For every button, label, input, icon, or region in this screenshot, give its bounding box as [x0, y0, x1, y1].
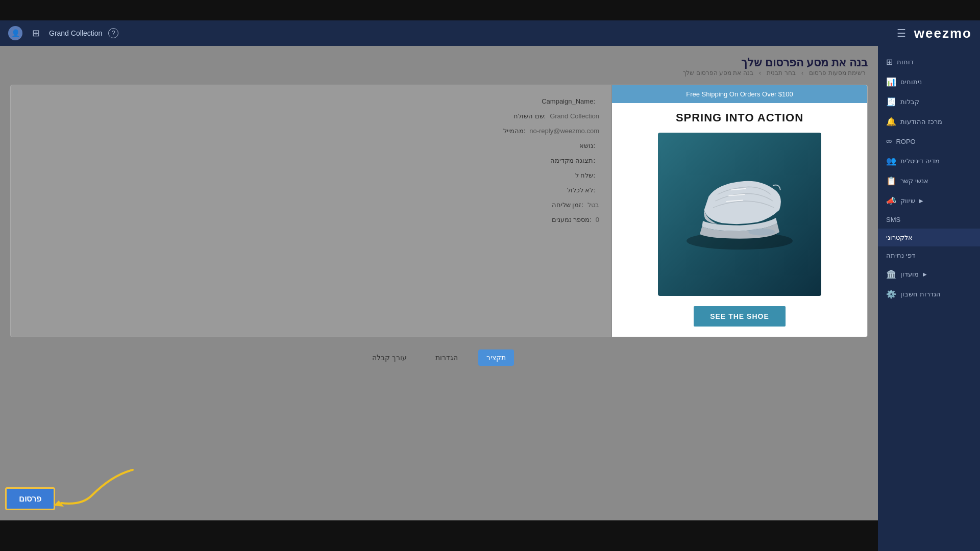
tab-settings[interactable]: הגדרות: [427, 349, 466, 366]
breadcrumb-sep-1: ›: [801, 69, 803, 77]
help-icon[interactable]: ?: [108, 28, 118, 38]
sidebar-label-sms: SMS: [886, 216, 900, 223]
recipients-label: :מספר נמענים: [552, 216, 592, 223]
sidebar-item-notification-center[interactable]: מרכז ההודעות 🔔: [878, 112, 980, 132]
sidebar-label-dashboards: דוחות: [897, 58, 914, 66]
sidebar-item-sms[interactable]: SMS: [878, 211, 980, 229]
campaign-name-label: :Campaign_Name: [542, 97, 595, 105]
header-right: ☰ weezmo: [897, 26, 972, 41]
top-bar: [0, 0, 980, 20]
preview-label: :תצוגה מקדימה: [550, 157, 595, 164]
sidebar-item-receipts[interactable]: קבלות 🧾: [878, 92, 980, 112]
info-row-from-email: no-reply@weezmo.com :מהמייל: [23, 127, 599, 135]
email-title: SPRING INTO ACTION: [612, 103, 867, 133]
digital-media-icon: 👥: [886, 156, 896, 166]
sidebar-item-ropo[interactable]: ROPO ∞: [878, 132, 980, 151]
email-preview: Free Shipping On Orders Over $100 SPRING…: [612, 85, 867, 337]
sidebar-item-email[interactable]: אלקטרוני: [878, 229, 980, 246]
sidebar-label-notification-center: מרכז ההודעות: [900, 118, 942, 126]
user-avatar[interactable]: 👤: [8, 26, 22, 40]
tab-summary[interactable]: תקציר: [478, 349, 514, 366]
club-chevron-icon: ▶: [923, 271, 927, 277]
send-time-value: בטל: [587, 201, 599, 209]
sidebar-label-analytics: ניתוחים: [900, 78, 922, 86]
grid-icon[interactable]: ⊞: [29, 26, 43, 40]
sidebar-item-analytics[interactable]: ניתוחים 📊: [878, 72, 980, 92]
svg-point-4: [748, 229, 775, 236]
info-row-subject: :נושא: [23, 142, 599, 149]
publish-button[interactable]: פרסום: [5, 487, 55, 510]
recipients-value: 0: [596, 216, 599, 223]
sidebar-item-club[interactable]: ▶ מועדון 🏛️: [878, 264, 980, 284]
breadcrumb-sep-2: ›: [759, 69, 761, 77]
dashboard-icon: ⊞: [886, 57, 893, 67]
subject-label: :נושא: [579, 142, 595, 149]
breadcrumb-item-2[interactable]: בחר תבנית: [767, 69, 795, 77]
sidebar-label-club: מועדון: [900, 270, 919, 278]
campaign-info: :Campaign_Name Grand Collection :שם השול…: [11, 85, 611, 337]
sidebar-label-ropo: ROPO: [896, 138, 915, 145]
sidebar-label-receipts: קבלות: [900, 98, 919, 106]
email-cta-section: SEE THE SHOE: [612, 296, 867, 337]
breadcrumb-section: בנה את מסע הפרסום שלך רשימת מסעות פרסום …: [10, 56, 868, 77]
avatar-icon: 👤: [11, 29, 20, 37]
sidebar: דוחות ⊞ ניתוחים 📊 קבלות 🧾 מרכז ההודעות 🔔…: [878, 46, 980, 551]
sidebar-item-contacts[interactable]: אנשי קשר 📋: [878, 171, 980, 191]
breadcrumb-item-1[interactable]: רשימת מסעות פרסום: [809, 69, 866, 77]
sidebar-item-digital-media[interactable]: מדיה דיגיטלית 👥: [878, 151, 980, 171]
bottom-bar: [0, 520, 980, 551]
info-row-send-time: בטל :זמן שליחה: [23, 201, 599, 209]
info-row-preview: :תצוגה מקדימה: [23, 157, 599, 164]
send-to-label: :שלח ל: [575, 171, 595, 179]
arrow-svg: [51, 465, 143, 516]
send-time-label: :זמן שליחה: [552, 201, 583, 209]
info-row-send-to: :שלח ל: [23, 171, 599, 179]
info-row-exclude: :לא לכלול: [23, 186, 599, 194]
breadcrumb-item-3: בנה את מסע הפרסום שלך: [683, 69, 753, 77]
shoe-image: [658, 133, 821, 296]
sidebar-label-marketing: שיווק: [900, 197, 915, 205]
content-area: בנה את מסע הפרסום שלך רשימת מסעות פרסום …: [0, 46, 980, 551]
exclude-label: :לא לכלול: [567, 186, 595, 194]
main-body: דוחות ⊞ ניתוחים 📊 קבלות 🧾 מרכז ההודעות 🔔…: [0, 46, 980, 551]
ropo-icon: ∞: [886, 137, 892, 146]
info-row-sender-name: Grand Collection :שם השולח: [23, 112, 599, 120]
campaign-panel: :Campaign_Name Grand Collection :שם השול…: [10, 85, 868, 337]
from-email-value: no-reply@weezmo.com: [529, 127, 599, 135]
shoe-illustration: [673, 163, 806, 265]
notification-icon: 🔔: [886, 117, 896, 127]
sidebar-item-landing-page[interactable]: דפי נחיתה: [878, 246, 980, 264]
info-row-campaign-name: :Campaign_Name: [23, 97, 599, 105]
sidebar-label-email: אלקטרוני: [886, 234, 913, 241]
club-icon: 🏛️: [886, 269, 896, 279]
breadcrumb: רשימת מסעות פרסום › בחר תבנית › בנה את מ…: [10, 69, 868, 77]
sender-name-value: Grand Collection: [550, 112, 599, 120]
header-title: Grand Collection: [49, 29, 102, 37]
app-header: 👤 ⊞ Grand Collection ? ☰ weezmo: [0, 20, 980, 46]
analytics-icon: 📊: [886, 77, 896, 87]
sidebar-label-account-settings: הגדרות חשבון: [900, 290, 941, 298]
question-mark: ?: [112, 30, 115, 37]
weezmo-logo: weezmo: [914, 26, 972, 41]
sidebar-label-digital-media: מדיה דיגיטלית: [900, 157, 940, 165]
header-left: 👤 ⊞ Grand Collection ?: [8, 26, 118, 40]
sender-name-label: :שם השולח: [513, 112, 546, 120]
bottom-tabs: עורך קבלה הגדרות תקציר: [10, 349, 868, 366]
sidebar-item-account-settings[interactable]: הגדרות חשבון ⚙️: [878, 284, 980, 304]
info-row-recipients: 0 :מספר נמענים: [23, 216, 599, 223]
contacts-icon: 📋: [886, 176, 896, 186]
email-banner: Free Shipping On Orders Over $100: [612, 85, 867, 103]
receipts-icon: 🧾: [886, 97, 896, 107]
hamburger-menu-icon[interactable]: ☰: [897, 27, 906, 39]
tab-order-form[interactable]: עורך קבלה: [364, 349, 415, 366]
from-email-label: :מהמייל: [503, 127, 526, 135]
arrow-annotation: [51, 465, 143, 518]
sidebar-label-contacts: אנשי קשר: [900, 177, 928, 185]
page-title: בנה את מסע הפרסום שלך: [10, 56, 868, 69]
sidebar-item-marketing[interactable]: ▶ שיווק 📣: [878, 191, 980, 211]
sidebar-label-landing-page: דפי נחיתה: [886, 252, 915, 259]
sidebar-item-dashboards[interactable]: דוחות ⊞: [878, 52, 980, 72]
marketing-icon: 📣: [886, 196, 896, 206]
see-the-shoe-button[interactable]: SEE THE SHOE: [694, 306, 785, 327]
settings-icon: ⚙️: [886, 289, 896, 299]
